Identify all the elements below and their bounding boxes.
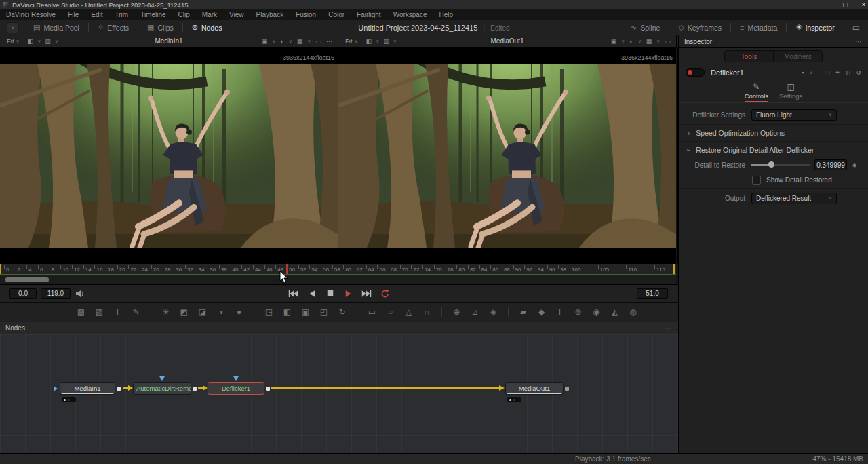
menu-trim[interactable]: Trim (109, 11, 135, 18)
brightness-contrast-icon[interactable]: ◑ (212, 307, 230, 317)
menu-file[interactable]: File (62, 11, 85, 18)
hue-curves-icon[interactable]: ◪ (193, 307, 212, 317)
left-viewer-zoom-select[interactable]: Fit∨ (7, 37, 20, 45)
viewer-grid-icon[interactable]: ▦ (646, 38, 652, 45)
loop-button[interactable] (380, 289, 391, 298)
blur-icon[interactable]: ● (230, 307, 248, 317)
spline-button[interactable]: ∿Spline (622, 20, 669, 35)
transform-icon[interactable]: ↻ (333, 307, 351, 317)
merge-icon[interactable]: ◳ (260, 307, 278, 317)
ellipse-mask-icon[interactable]: ○ (381, 307, 399, 317)
node-enable-toggle[interactable] (686, 68, 705, 77)
expand-viewer-icon[interactable]: ▭ (315, 38, 321, 45)
dod-icon[interactable]: ▪ (802, 69, 804, 76)
show-detail-restored-checkbox[interactable] (752, 176, 761, 185)
expand-viewer-icon[interactable]: ▭ (665, 38, 671, 45)
menu-view[interactable]: View (223, 11, 250, 18)
close-button[interactable]: × (862, 1, 865, 8)
subtab-settings[interactable]: ◫ Settings (779, 80, 802, 102)
node-mediaout1[interactable]: MediaOut1 (505, 382, 564, 395)
camera-3d-icon[interactable]: ◉ (587, 307, 606, 317)
node-input-triangle[interactable] (233, 376, 239, 381)
current-frame-field[interactable]: 51.0 (637, 288, 668, 299)
node-graph[interactable]: MediaIn1AutomaticDirtRemov...Deflicker1M… (0, 334, 678, 453)
cleanfeed-icon[interactable]: ▭ (844, 23, 868, 33)
timeline-scrollbar[interactable] (0, 275, 676, 284)
keyframe-icon[interactable]: ◆ (852, 162, 856, 168)
node-output-square[interactable] (117, 387, 121, 391)
go-to-end-button[interactable] (361, 289, 372, 298)
menu-workspace[interactable]: Workspace (387, 11, 433, 18)
viewer-option-icon[interactable]: ▣ (262, 38, 268, 45)
clips-button[interactable]: ▦Clips (138, 20, 182, 35)
node-automaticdirtremov-[interactable]: AutomaticDirtRemov... (133, 382, 191, 395)
background-icon[interactable]: ▩ (72, 307, 90, 317)
node-output-square[interactable] (565, 387, 569, 391)
detail-to-restore-value[interactable]: 0.349999 (814, 159, 847, 170)
restore-detail-section[interactable]: › Restore Original Detail After Deflicke… (679, 143, 868, 157)
viewer-grid-icon[interactable]: ▦ (297, 38, 303, 45)
menu-fusion[interactable]: Fusion (290, 11, 322, 18)
viewer-lut-icon[interactable]: ◐ (629, 38, 633, 45)
lock-icon[interactable]: ⊓ (846, 69, 850, 76)
planar-tracker-icon[interactable]: ⊿ (466, 307, 484, 317)
minimize-button[interactable]: — (823, 1, 829, 8)
inspector-button[interactable]: ✳Inspector (787, 20, 843, 35)
menu-fairlight[interactable]: Fairlight (351, 11, 387, 18)
node-output-square[interactable] (193, 387, 197, 391)
collapse-panel-button[interactable]: ∨ (7, 22, 19, 33)
matte-control-icon[interactable]: ◧ (278, 307, 296, 317)
viewer-options-menu-icon[interactable]: ⋯ (326, 38, 332, 45)
image-plane-3d-icon[interactable]: ▰ (514, 307, 532, 317)
bspline-mask-icon[interactable]: ∩ (418, 307, 436, 317)
rectangle-mask-icon[interactable]: ▭ (363, 307, 381, 317)
split-view-icon[interactable]: ◧ (366, 38, 372, 45)
menu-davinci-resolve[interactable]: DaVinci Resolve (0, 11, 62, 18)
text-3d-icon[interactable]: T (551, 307, 569, 317)
subtab-controls[interactable]: ✎ Controls (745, 80, 768, 102)
metadata-button[interactable]: ≡Metadata (731, 20, 786, 35)
versions-icon[interactable]: ◳ (824, 69, 830, 76)
fastnoise-icon[interactable]: ▨ (90, 307, 108, 317)
node-input-arrow[interactable] (54, 386, 58, 391)
node-output-square[interactable] (266, 387, 270, 391)
shape-3d-icon[interactable]: ◆ (532, 307, 551, 317)
text-plus-icon[interactable]: T (108, 307, 127, 317)
menu-help[interactable]: Help (433, 11, 459, 18)
right-viewer-zoom-select[interactable]: Fit∨ (345, 37, 358, 45)
timeline-scrollbar-thumb[interactable] (5, 277, 49, 282)
keyframes-button[interactable]: ◇Keyframes (669, 20, 730, 35)
tab-modifiers[interactable]: Modifiers (774, 51, 822, 62)
render-out-marker[interactable] (673, 264, 675, 274)
node-thumbnail-toggle[interactable] (62, 397, 76, 402)
renderer-3d-icon[interactable]: ◍ (624, 307, 642, 317)
node-input-triangle[interactable] (159, 376, 165, 381)
nodes-button[interactable]: ⊛Nodes (183, 20, 231, 35)
tab-tools[interactable]: Tools (725, 51, 774, 62)
menu-mark[interactable]: Mark (196, 11, 223, 18)
left-viewer[interactable]: 3936x2144xfloat16 (0, 47, 338, 263)
color-matrix-icon[interactable]: ▣ (296, 307, 315, 317)
spot-light-icon[interactable]: ◭ (606, 307, 624, 317)
audio-mute-icon[interactable] (75, 289, 85, 298)
output-dropdown[interactable]: Deflickered Result∨ (751, 193, 837, 204)
reset-icon[interactable]: ↺ (856, 69, 861, 76)
pin-icon[interactable]: ✒ (835, 69, 841, 76)
out-point-field[interactable]: 119.0 (41, 288, 71, 299)
menu-playback[interactable]: Playback (250, 11, 290, 18)
color-corrector-icon[interactable]: ☀ (157, 307, 175, 317)
maximize-button[interactable]: ▢ (842, 1, 848, 8)
menu-edit[interactable]: Edit (85, 11, 108, 18)
paint-icon[interactable]: ✎ (127, 307, 145, 317)
nodes-options-menu-icon[interactable]: ⋯ (665, 324, 671, 332)
play-reverse-button[interactable] (307, 289, 317, 298)
polygon-mask-icon[interactable]: △ (399, 307, 418, 317)
go-to-start-button[interactable] (288, 289, 299, 298)
split-view-icon[interactable]: ◧ (28, 38, 34, 45)
channel-view-icon[interactable]: ▥ (45, 38, 51, 45)
channel-view-icon[interactable]: ▥ (383, 38, 389, 45)
color-curves-icon[interactable]: ◩ (175, 307, 193, 317)
viewer-lut-icon[interactable]: ◐ (280, 38, 283, 45)
viewer-option-icon[interactable]: ▣ (611, 38, 617, 45)
menu-clip[interactable]: Clip (172, 11, 196, 18)
